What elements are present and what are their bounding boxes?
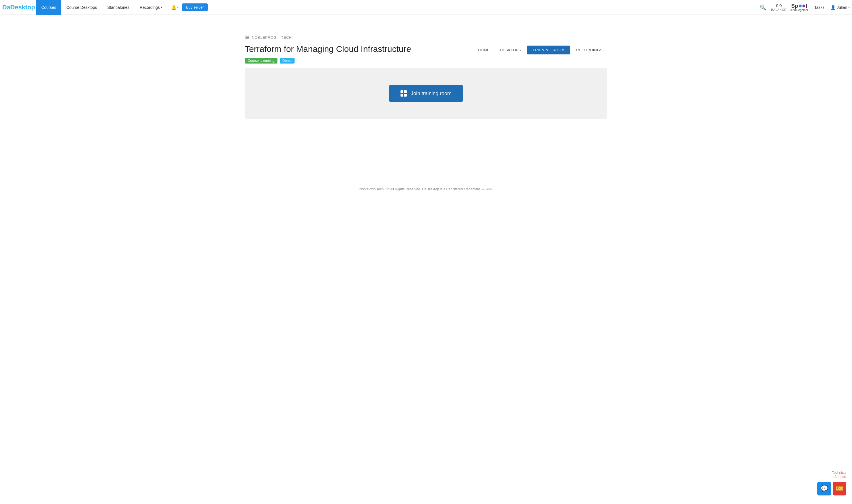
course-badges: Course is running Demo (245, 58, 411, 64)
course-nav-training-room[interactable]: TRAINING ROOM (527, 46, 570, 54)
navbar: DaDesktop Courses Course Desktops Standa… (0, 0, 852, 15)
search-button[interactable]: 🔍 (759, 3, 767, 12)
spool-dot-purple (802, 4, 805, 7)
course-nav-recordings[interactable]: RECORDINGS (572, 46, 607, 54)
footer: NobleProg Tech Ltd All Rights Reserved. … (0, 176, 852, 197)
notification-dropdown-arrow: ▾ (177, 6, 179, 9)
badge-demo: Demo (280, 58, 294, 64)
spool-logo: Sp l learn together (791, 3, 808, 12)
bank-icon: 🏛 (245, 35, 250, 40)
tasks-button[interactable]: Tasks (812, 4, 827, 11)
user-menu-button[interactable]: 👤 Julian ▾ (831, 5, 850, 10)
course-nav-desktops[interactable]: DESKTOPS (495, 46, 526, 54)
nav-standalones[interactable]: Standalones (102, 0, 134, 15)
join-button-label: Join training room (411, 91, 452, 96)
buy-server-button[interactable]: Buy server (182, 3, 208, 11)
learn-together-label: learn together (791, 8, 808, 12)
course-nav: HOME DESKTOPS TRAINING ROOM RECORDINGS (473, 46, 607, 54)
spool-dot-blue (799, 4, 802, 7)
search-icon: 🔍 (760, 4, 766, 10)
org-breadcrumb: 🏛 NOBLEPROG TECH (245, 35, 607, 40)
brand-logo[interactable]: DaDesktop (2, 4, 35, 11)
balance-label: BALANCE (771, 8, 786, 12)
org-sub: TECH (281, 35, 292, 40)
user-dropdown-arrow: ▾ (848, 6, 850, 9)
footer-text: NobleProg Tech Ltd All Rights Reserved. … (360, 187, 480, 191)
nav-courses[interactable]: Courses (36, 0, 61, 15)
spool-text: Sp (791, 3, 798, 9)
notification-icon-btn[interactable]: 🔔 ▾ (169, 4, 181, 10)
balance-amount: € 0 (776, 3, 782, 8)
user-icon: 👤 (831, 5, 835, 10)
spool-text2: l (806, 3, 807, 9)
nav-course-desktops[interactable]: Course Desktops (61, 0, 102, 15)
recordings-dropdown-arrow: ▾ (161, 6, 162, 9)
nav-recordings[interactable]: Recordings ▾ (134, 0, 167, 15)
join-training-room-button[interactable]: Join training room (389, 85, 463, 102)
grid-icon (400, 90, 407, 96)
balance-display: € 0 BALANCE (771, 3, 786, 12)
navbar-right: 🔍 € 0 BALANCE Sp l learn together Tasks … (759, 3, 850, 12)
course-header: Terraform for Managing Cloud Infrastruct… (245, 43, 607, 64)
notification-icon: 🔔 (171, 4, 177, 10)
course-title-section: Terraform for Managing Cloud Infrastruct… (245, 43, 411, 64)
course-title: Terraform for Managing Cloud Infrastruct… (245, 43, 411, 54)
user-label: Julian (837, 5, 847, 10)
org-name: NOBLEPROG (252, 35, 277, 40)
training-panel: Join training room (245, 68, 607, 119)
badge-running: Course is running (245, 58, 277, 64)
footer-trademark: nu20de (482, 187, 492, 191)
course-nav-home[interactable]: HOME (473, 46, 494, 54)
